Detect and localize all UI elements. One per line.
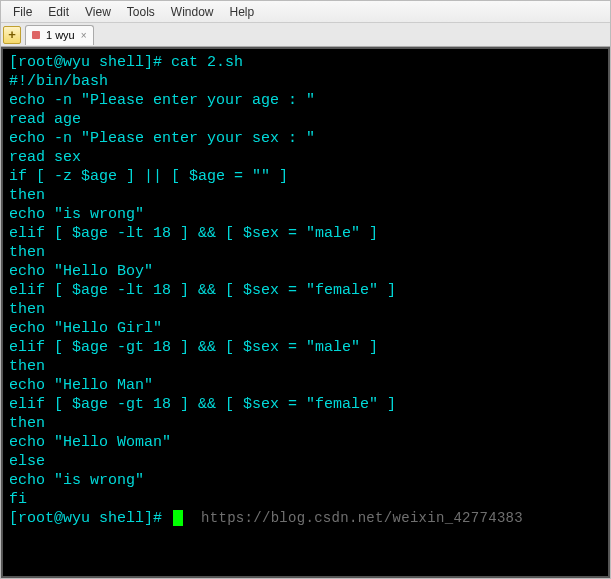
term-line: echo "Hello Woman" xyxy=(9,433,602,452)
watermark-text: https://blog.csdn.net/weixin_42774383 xyxy=(201,510,523,526)
menu-edit[interactable]: Edit xyxy=(40,3,77,21)
term-line: #!/bin/bash xyxy=(9,72,602,91)
term-line: echo -n "Please enter your sex : " xyxy=(9,129,602,148)
menu-file[interactable]: File xyxy=(5,3,40,21)
menu-help[interactable]: Help xyxy=(222,3,263,21)
term-line: else xyxy=(9,452,602,471)
term-line: elif [ $age -gt 18 ] && [ $sex = "female… xyxy=(9,395,602,414)
term-line: fi xyxy=(9,490,602,509)
term-line: [root@wyu shell]# cat 2.sh xyxy=(9,53,602,72)
term-line: elif [ $age -lt 18 ] && [ $sex = "male" … xyxy=(9,224,602,243)
term-prompt-line: [root@wyu shell]# https://blog.csdn.net/… xyxy=(9,509,602,528)
term-line: echo "Hello Man" xyxy=(9,376,602,395)
term-line: echo "Hello Boy" xyxy=(9,262,602,281)
term-line: echo "is wrong" xyxy=(9,471,602,490)
term-line: echo "Hello Girl" xyxy=(9,319,602,338)
menu-window[interactable]: Window xyxy=(163,3,222,21)
term-line: then xyxy=(9,300,602,319)
term-line: then xyxy=(9,186,602,205)
terminal-icon xyxy=(32,31,40,39)
tabbar: + 1 wyu × xyxy=(1,23,610,47)
term-line: echo -n "Please enter your age : " xyxy=(9,91,602,110)
tab-session[interactable]: 1 wyu × xyxy=(25,25,94,45)
term-line: then xyxy=(9,243,602,262)
term-line: if [ -z $age ] || [ $age = "" ] xyxy=(9,167,602,186)
term-line: then xyxy=(9,357,602,376)
shell-prompt: [root@wyu shell]# xyxy=(9,510,171,527)
term-line: read age xyxy=(9,110,602,129)
term-line: read sex xyxy=(9,148,602,167)
term-line: elif [ $age -lt 18 ] && [ $sex = "female… xyxy=(9,281,602,300)
menubar: File Edit View Tools Window Help xyxy=(1,1,610,23)
term-line: elif [ $age -gt 18 ] && [ $sex = "male" … xyxy=(9,338,602,357)
tab-label: 1 wyu xyxy=(46,29,75,41)
menu-tools[interactable]: Tools xyxy=(119,3,163,21)
menu-view[interactable]: View xyxy=(77,3,119,21)
new-tab-button[interactable]: + xyxy=(3,26,21,44)
close-tab-icon[interactable]: × xyxy=(81,30,87,41)
terminal-output[interactable]: [root@wyu shell]# cat 2.sh #!/bin/bash e… xyxy=(1,47,610,578)
term-line: echo "is wrong" xyxy=(9,205,602,224)
term-line: then xyxy=(9,414,602,433)
cursor xyxy=(173,510,183,526)
